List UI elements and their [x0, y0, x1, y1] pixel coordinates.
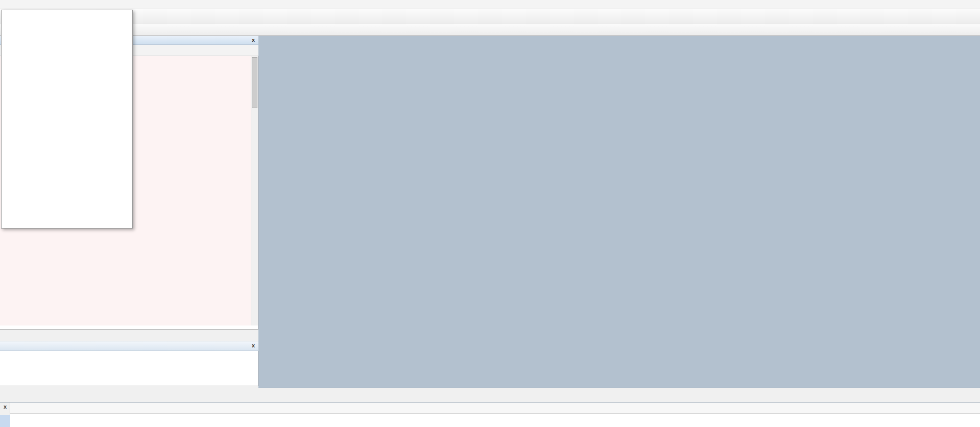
- terminal-panel: x: [0, 402, 980, 427]
- chart-tab-bar: [258, 388, 980, 402]
- menu-bar: [0, 0, 980, 9]
- market-watch-close-icon[interactable]: x: [252, 37, 255, 43]
- mt4-terminal-window: x x x: [0, 0, 980, 427]
- charts-area: [258, 36, 980, 388]
- terminal-close-icon[interactable]: x: [4, 404, 7, 410]
- toolbar-main: [0, 9, 980, 23]
- navigator-tree: [0, 351, 258, 386]
- market-watch-scrollbar[interactable]: [251, 56, 258, 325]
- toolbar-drawing-timeframes: [0, 23, 980, 36]
- file-menu: [1, 10, 133, 229]
- navigator-tabs: [0, 386, 258, 397]
- terminal-header: [10, 403, 980, 414]
- navigator-close-icon[interactable]: x: [252, 342, 255, 348]
- terminal-sidebar: x: [0, 403, 10, 427]
- navigator-titlebar: x: [0, 341, 258, 351]
- market-watch-tabs: [0, 329, 258, 341]
